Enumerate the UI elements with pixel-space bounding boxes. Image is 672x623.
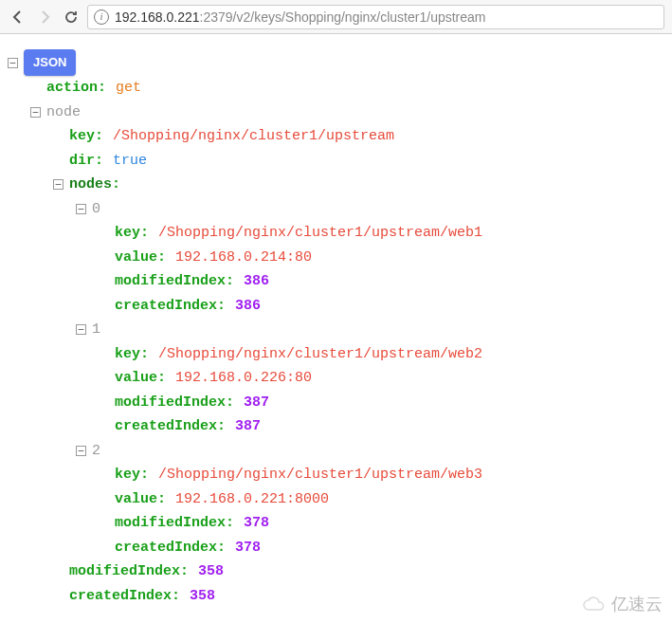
toggle-node-0[interactable]: − (76, 204, 86, 214)
toggle-node-2[interactable]: − (76, 446, 86, 456)
key-node-createdIndex: createdIndex (69, 584, 172, 609)
browser-toolbar: i 192.168.0.221:2379/v2/keys/Shopping/ng… (0, 0, 672, 34)
value-node-modifiedIndex: 358 (198, 559, 224, 584)
value-2-createdIndex: 378 (235, 536, 261, 560)
url-path: :2379/v2/keys/Shopping/nginx/cluster1/up… (200, 9, 486, 25)
value-node-key: /Shopping/nginx/cluster1/upstream (113, 124, 394, 149)
key-nodes: nodes (69, 173, 112, 197)
value-0-key: /Shopping/nginx/cluster1/upstream/web1 (158, 221, 482, 246)
key-1-key: key (115, 342, 140, 367)
key-0-modifiedIndex: modifiedIndex (115, 269, 226, 294)
index-0: 0 (92, 197, 100, 222)
url-bar[interactable]: i 192.168.0.221:2379/v2/keys/Shopping/ng… (87, 5, 664, 29)
reload-icon (64, 9, 79, 25)
value-action: get (116, 76, 141, 101)
key-0-key: key (115, 221, 140, 246)
index-2: 2 (92, 439, 100, 464)
watermark: 亿速云 (581, 593, 663, 615)
value-2-value: 192.168.0.221:8000 (175, 487, 329, 512)
value-node-createdIndex: 358 (190, 584, 215, 609)
value-1-value: 192.168.0.226:80 (175, 366, 312, 391)
watermark-text: 亿速云 (611, 593, 663, 615)
key-node-key: key (69, 124, 95, 149)
index-1: 1 (92, 318, 100, 342)
arrow-left-icon (10, 9, 26, 25)
key-0-value: value (115, 246, 157, 270)
key-2-modifiedIndex: modifiedIndex (115, 511, 226, 536)
value-2-modifiedIndex: 378 (244, 511, 269, 536)
value-1-modifiedIndex: 387 (244, 391, 269, 415)
key-2-createdIndex: createdIndex (115, 536, 217, 560)
key-2-value: value (115, 487, 157, 512)
json-badge: JSON (24, 49, 76, 76)
forward-button[interactable] (34, 7, 55, 27)
reload-button[interactable] (61, 7, 82, 27)
toggle-root[interactable]: − (8, 58, 18, 68)
key-1-value: value (115, 366, 157, 391)
key-node-dir: dir (69, 149, 95, 174)
key-0-createdIndex: createdIndex (115, 294, 217, 319)
back-button[interactable] (8, 7, 28, 27)
key-action: action (46, 76, 98, 101)
arrow-right-icon (37, 9, 52, 25)
cloud-icon (581, 596, 608, 613)
value-0-createdIndex: 386 (235, 294, 261, 319)
url-host: 192.168.0.221 (115, 9, 200, 25)
value-2-key: /Shopping/nginx/cluster1/upstream/web3 (158, 463, 482, 487)
json-tree: − JSON action : get − node key : /Shoppi… (0, 34, 672, 615)
info-icon[interactable]: i (94, 9, 109, 25)
value-node-dir: true (113, 149, 147, 174)
toggle-nodes[interactable]: − (53, 179, 64, 190)
key-1-createdIndex: createdIndex (115, 414, 217, 439)
value-1-createdIndex: 387 (235, 414, 261, 439)
toggle-node[interactable]: − (30, 107, 41, 118)
key-node-modifiedIndex: modifiedIndex (69, 559, 180, 584)
value-0-modifiedIndex: 386 (244, 269, 269, 294)
value-1-key: /Shopping/nginx/cluster1/upstream/web2 (158, 342, 482, 367)
key-node: node (46, 101, 81, 125)
key-1-modifiedIndex: modifiedIndex (115, 391, 226, 415)
toggle-node-1[interactable]: − (76, 324, 86, 335)
value-0-value: 192.168.0.214:80 (175, 246, 312, 270)
key-2-key: key (115, 463, 140, 487)
